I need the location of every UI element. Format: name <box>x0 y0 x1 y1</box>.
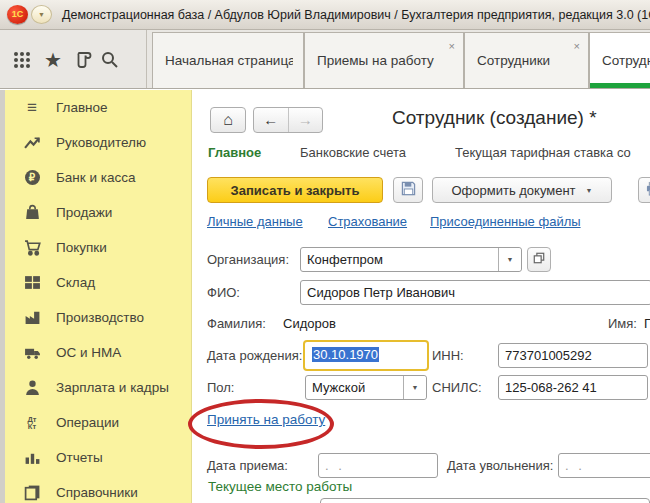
forward-button[interactable]: → <box>289 108 323 132</box>
window-title: Демонстрационная база / Абдулов Юрий Вла… <box>62 0 650 30</box>
1c-logo-icon: 1С <box>7 5 28 24</box>
hire-date-input[interactable]: . . <box>318 453 438 478</box>
sidebar-item-production[interactable]: Производство <box>5 300 188 335</box>
tab-label: Приемы на работу <box>317 33 453 89</box>
menu-icon: ≡ <box>21 99 43 117</box>
hire-employee-link[interactable]: Принять на работу <box>207 412 325 427</box>
sidebar-item-label: Банк и касса <box>56 170 136 185</box>
close-icon[interactable]: × <box>449 41 455 52</box>
birthdate-input[interactable]: 30.10.1970 <box>303 340 429 371</box>
fire-date-label: Дата увольнения: <box>447 458 553 473</box>
sidebar-item-payroll-hr[interactable]: Зарплата и кадры <box>5 370 188 405</box>
chevron-down-icon[interactable]: ▼ <box>498 248 521 271</box>
form-tab-main[interactable]: Главное <box>208 145 261 160</box>
sidebar-item-bank-cash[interactable]: ₽ Банк и касса <box>5 160 188 195</box>
title-bar: 1С ▼ Демонстрационная база / Абдулов Юри… <box>0 0 650 30</box>
inn-label: ИНН: <box>432 348 464 363</box>
tab-employee-new[interactable]: Сотрудник <box>589 32 650 88</box>
sidebar-item-catalogs[interactable]: Справочники <box>5 475 188 503</box>
sidebar-item-main[interactable]: ≡ Главное <box>5 90 188 125</box>
full-name-input[interactable]: Сидоров Петр Иванович <box>300 280 650 305</box>
tab-label: Сотрудники <box>477 33 578 89</box>
save-button[interactable] <box>393 177 423 203</box>
sidebar-item-warehouse[interactable]: Склад <box>5 265 188 300</box>
firstname-label: Имя: <box>608 316 637 331</box>
gender-value: Мужской <box>312 380 365 395</box>
system-menu-button[interactable]: ▼ <box>31 5 52 24</box>
sidebar-item-manager[interactable]: Руководителю <box>5 125 188 160</box>
tab-hirings[interactable]: Приемы на работу × <box>304 32 464 88</box>
tab-employees[interactable]: Сотрудники × <box>464 32 589 88</box>
back-button[interactable]: ← <box>254 108 289 132</box>
lastname-label: Фамилия: <box>207 316 266 331</box>
current-job-input[interactable] <box>320 498 650 503</box>
printer-icon <box>646 181 650 199</box>
truck-icon <box>21 344 43 362</box>
home-button[interactable]: ⌂ <box>210 107 246 133</box>
sidebar-item-label: Производство <box>56 310 144 325</box>
shopping-cart-icon <box>21 239 43 257</box>
sidebar-item-label: Руководителю <box>56 135 146 150</box>
history-nav-group: ← → <box>253 107 323 133</box>
insurance-link[interactable]: Страхование <box>328 214 407 229</box>
form-tab-bank-accounts[interactable]: Банковские счета <box>300 145 406 160</box>
factory-icon <box>21 309 43 327</box>
person-icon <box>21 379 43 397</box>
gender-label: Пол: <box>207 380 235 395</box>
tab-label: Начальная страница <box>165 33 293 89</box>
close-icon[interactable]: × <box>574 41 580 52</box>
sidebar-item-fixed-assets[interactable]: ОС и НМА <box>5 335 188 370</box>
organization-combobox[interactable]: Конфетпром ▼ <box>300 247 522 272</box>
fire-date-value: . . <box>565 458 585 473</box>
sidebar-item-label: Покупки <box>56 240 107 255</box>
favorites-star-icon[interactable]: ★ <box>44 50 64 70</box>
open-in-form-icon <box>533 252 545 267</box>
sidebar-item-label: Главное <box>56 100 108 115</box>
employee-form: ⌂ ← → Сотрудник (создание) * Главное Бан… <box>192 89 650 503</box>
sections-panel: ≡ Главное Руководителю ₽ Банк и касса Пр… <box>5 90 188 503</box>
sidebar-item-reports[interactable]: Отчеты <box>5 440 188 475</box>
create-document-label: Оформить документ <box>451 183 575 198</box>
gender-combobox[interactable]: Мужской ▼ <box>305 375 427 400</box>
search-icon[interactable] <box>100 50 120 70</box>
organization-open-button[interactable] <box>527 247 551 272</box>
floppy-disk-icon <box>401 181 416 199</box>
save-and-close-button[interactable]: Записать и закрыть <box>207 177 383 203</box>
sidebar-item-label: Зарплата и кадры <box>56 380 169 395</box>
chevron-down-icon: ▼ <box>586 187 593 194</box>
snils-input[interactable]: 125-068-262 41 <box>498 375 648 400</box>
sidebar-item-operations[interactable]: ДтКт Операции <box>5 405 188 440</box>
hire-date-value: . . <box>325 458 345 473</box>
trend-chart-icon <box>21 134 43 152</box>
birthdate-value: 30.10.1970 <box>312 347 379 362</box>
sidebar-item-label: Справочники <box>56 485 138 500</box>
full-name-label: ФИО: <box>207 285 240 300</box>
history-icon[interactable] <box>74 50 94 70</box>
create-document-button[interactable]: Оформить документ ▼ <box>432 177 612 203</box>
sidebar-item-purchases[interactable]: Покупки <box>5 230 188 265</box>
sidebar-item-label: Отчеты <box>56 450 103 465</box>
fire-date-input[interactable]: . . <box>558 453 650 478</box>
attached-files-link[interactable]: Присоединенные файлы <box>430 214 581 229</box>
form-tab-current-rate[interactable]: Текущая тарифная ставка со <box>455 145 631 160</box>
birthdate-label: Дата рождения: <box>207 348 302 363</box>
tab-home-page[interactable]: Начальная страница <box>152 32 304 88</box>
apps-grid-icon[interactable] <box>12 50 32 70</box>
warehouse-grid-icon <box>21 274 43 292</box>
catalog-icon <box>21 484 43 502</box>
dt-kt-icon: ДтКт <box>21 414 43 432</box>
sidebar-item-sales[interactable]: Продажи <box>5 195 188 230</box>
chevron-down-icon[interactable]: ▼ <box>403 376 426 399</box>
inn-input[interactable]: 773701005292 <box>498 343 648 368</box>
organization-label: Организация: <box>207 252 289 267</box>
lastname-value: Сидоров <box>283 316 336 331</box>
firstname-value: Петр <box>644 316 650 331</box>
inn-value: 773701005292 <box>505 348 592 363</box>
sidebar-item-label: ОС и НМА <box>56 345 121 360</box>
hire-date-label: Дата приема: <box>207 458 288 473</box>
print-button[interactable] <box>638 177 650 203</box>
personal-data-link[interactable]: Личные данные <box>207 214 303 229</box>
sidebar-item-label: Продажи <box>56 205 112 220</box>
snils-value: 125-068-262 41 <box>505 380 597 395</box>
app-window: 1С ▼ Демонстрационная база / Абдулов Юри… <box>0 0 650 503</box>
